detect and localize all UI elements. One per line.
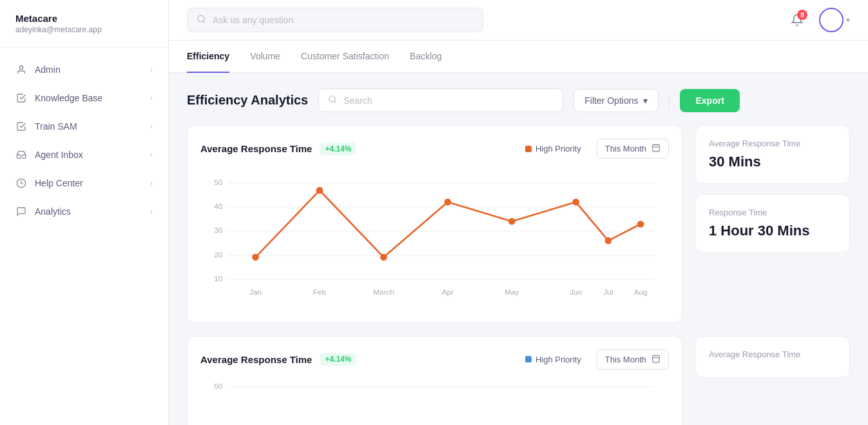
chevron-right-icon4: › <box>150 150 153 159</box>
chart-svg-wrapper-1: 50 40 30 20 10 <box>200 169 669 310</box>
charts-row-1: Average Response Time +4.14% High Priori… <box>187 125 850 323</box>
check-square-icon <box>15 92 27 104</box>
svg-text:Jul: Jul <box>603 288 613 296</box>
svg-point-0 <box>19 66 23 69</box>
svg-text:Feb: Feb <box>313 288 327 296</box>
sidebar-label-analytics: Analytics <box>35 206 71 217</box>
avg-response-label: Average Response Time <box>709 139 836 148</box>
svg-point-24 <box>508 218 516 225</box>
legend-label-2: High Priority <box>535 355 581 364</box>
line-chart-1: 50 40 30 20 10 <box>200 169 669 307</box>
brand-email: adeyinka@metacare.app <box>15 25 153 34</box>
brand-name: Metacare <box>15 13 153 24</box>
user-icon <box>15 64 27 75</box>
topbar-actions: 8 ▾ <box>786 8 850 32</box>
svg-text:40: 40 <box>214 202 223 210</box>
stats-panel-2: Average Response Time <box>695 336 850 425</box>
sidebar-item-agent-inbox[interactable]: Agent Inbox › <box>0 141 168 169</box>
chevron-right-icon: › <box>150 65 153 74</box>
svg-point-2 <box>198 15 204 22</box>
sidebar-label-help-center: Help Center <box>35 178 83 188</box>
tab-customer-satisfaction[interactable]: Customer Satisfaction <box>301 41 389 73</box>
avg-response-label-2: Average Response Time <box>709 350 836 359</box>
period-label-2: This Month <box>605 355 646 364</box>
content-area: Efficiency Analytics Search Filter Optio… <box>169 73 868 425</box>
svg-text:Apr: Apr <box>442 288 454 296</box>
charts-row-2: Average Response Time +4.14% High Priori… <box>187 336 850 425</box>
page-search-placeholder: Search <box>343 95 372 106</box>
svg-point-23 <box>444 199 451 206</box>
notification-button[interactable]: 8 <box>786 8 809 32</box>
filter-button[interactable]: Filter Options ▾ <box>574 89 659 112</box>
chart-card-2: Average Response Time +4.14% High Priori… <box>187 336 682 425</box>
divider <box>669 91 670 110</box>
page-title: Efficiency Analytics <box>187 93 308 108</box>
chevron-right-icon2: › <box>150 94 153 103</box>
page-header: Efficiency Analytics Search Filter Optio… <box>187 88 850 112</box>
search-icon2 <box>328 95 337 106</box>
chart-title-1: Average Response Time <box>200 143 312 154</box>
sidebar-label-agent-inbox: Agent Inbox <box>35 150 83 160</box>
sidebar-nav: Admin › Knowledge Base › <box>0 48 168 425</box>
page-search[interactable]: Search <box>318 88 563 112</box>
avg-response-value: 30 Mins <box>709 153 836 170</box>
calendar-icon <box>651 143 661 154</box>
clock-icon <box>15 177 27 189</box>
export-button[interactable]: Export <box>680 89 739 112</box>
svg-text:Jan: Jan <box>249 288 262 296</box>
tab-efficiency[interactable]: Efficiency <box>187 41 229 73</box>
chevron-right-icon5: › <box>150 179 153 188</box>
svg-text:50: 50 <box>214 178 223 186</box>
chart-header-1: Average Response Time +4.14% High Priori… <box>200 139 669 159</box>
chart-2-partial: 50 <box>200 380 669 419</box>
sidebar-item-help-center[interactable]: Help Center › <box>0 169 168 197</box>
topbar-search[interactable]: Ask us any question <box>187 8 483 32</box>
svg-line-5 <box>334 101 336 103</box>
chevron-right-icon3: › <box>150 122 153 131</box>
avatar-dropdown[interactable]: ▾ <box>819 8 850 32</box>
svg-rect-36 <box>653 355 660 362</box>
chart-legend-2: High Priority <box>525 355 581 364</box>
svg-text:May: May <box>505 288 519 296</box>
svg-point-22 <box>380 253 387 261</box>
response-time-label: Response Time <box>709 208 836 217</box>
period-button-1[interactable]: This Month <box>597 139 669 159</box>
period-label-1: This Month <box>605 144 646 153</box>
stat-card-avg-response: Average Response Time 30 Mins <box>695 125 850 184</box>
topbar: Ask us any question 8 ▾ <box>169 0 868 41</box>
filter-label: Filter Options <box>584 95 638 106</box>
chart-header-2: Average Response Time +4.14% High Priori… <box>200 350 669 370</box>
chevron-right-icon6: › <box>150 207 153 216</box>
tab-volume[interactable]: Volume <box>250 41 280 73</box>
topbar-search-placeholder: Ask us any question <box>213 15 293 25</box>
svg-text:Aug: Aug <box>634 288 648 296</box>
svg-point-4 <box>329 96 335 102</box>
analytics-tabs: Efficiency Volume Customer Satisfaction … <box>169 41 868 73</box>
chat-icon <box>15 206 27 217</box>
tab-backlog[interactable]: Backlog <box>410 41 442 73</box>
avatar-chevron-icon: ▾ <box>846 15 850 25</box>
avatar[interactable] <box>819 8 844 32</box>
svg-text:10: 10 <box>214 274 223 282</box>
svg-text:Jun: Jun <box>570 288 582 296</box>
sidebar-item-admin[interactable]: Admin › <box>0 55 168 84</box>
page-body: Efficiency Analytics Search Filter Optio… <box>169 73 868 425</box>
chart-legend-1: High Priority <box>525 144 581 153</box>
svg-line-3 <box>203 21 205 23</box>
sidebar-item-analytics[interactable]: Analytics › <box>0 197 168 226</box>
legend-label-1: High Priority <box>535 144 581 153</box>
notification-badge: 8 <box>797 10 807 20</box>
filter-chevron-icon: ▾ <box>643 95 648 106</box>
svg-point-21 <box>316 187 323 194</box>
calendar-icon2 <box>651 354 661 365</box>
svg-point-26 <box>605 237 612 244</box>
chart-card-1: Average Response Time +4.14% High Priori… <box>187 125 682 323</box>
sidebar-item-train-sam[interactable]: Train SAM › <box>0 112 168 141</box>
stat-card-avg-response-2: Average Response Time <box>695 336 850 378</box>
main-content: Ask us any question 8 ▾ Efficiency Volum… <box>169 0 868 425</box>
sidebar-item-knowledge-base[interactable]: Knowledge Base › <box>0 84 168 112</box>
chart-badge-1: +4.14% <box>320 143 356 155</box>
period-button-2[interactable]: This Month <box>597 350 669 370</box>
svg-text:50: 50 <box>214 382 223 390</box>
response-time-value: 1 Hour 30 Mins <box>709 222 836 239</box>
